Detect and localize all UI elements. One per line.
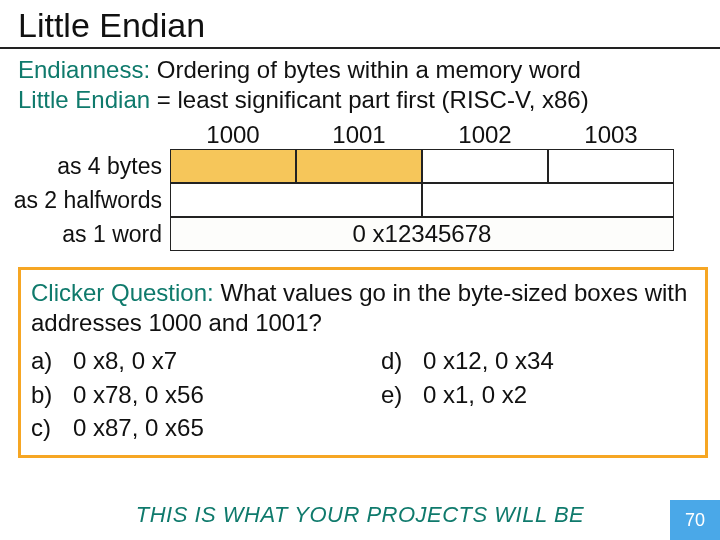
address-row: 1000 1001 1002 1003 — [170, 121, 720, 149]
clicker-box: Clicker Question: What values go in the … — [18, 267, 708, 458]
bytes-label: as 4 bytes — [0, 153, 170, 180]
addr-1001: 1001 — [296, 121, 422, 149]
word-row: as 1 word 0 x12345678 — [0, 217, 720, 251]
little-endian-text: = least significant part first (RISC-V, … — [150, 86, 589, 113]
clicker-question: Clicker Question: What values go in the … — [31, 278, 695, 338]
addr-1000: 1000 — [170, 121, 296, 149]
addr-1002: 1002 — [422, 121, 548, 149]
halfword-cell-1 — [422, 183, 674, 217]
halfwords-row: as 2 halfwords — [0, 183, 720, 217]
addr-1003: 1003 — [548, 121, 674, 149]
answers-right: d)0 x12, 0 x34 e)0 x1, 0 x2 — [361, 344, 554, 445]
answer-c: c)0 x87, 0 x65 — [31, 411, 361, 445]
halfword-cell-0 — [170, 183, 422, 217]
clicker-label: Clicker Question: — [31, 279, 214, 306]
byte-cell-1002 — [422, 149, 548, 183]
endianness-text: Ordering of bytes within a memory word — [150, 56, 581, 83]
answers-left: a)0 x8, 0 x7 b)0 x78, 0 x56 c)0 x87, 0 x… — [31, 344, 361, 445]
slide-title: Little Endian — [0, 0, 720, 47]
little-endian-label: Little Endian — [18, 86, 150, 113]
title-rule — [0, 47, 720, 49]
answer-a: a)0 x8, 0 x7 — [31, 344, 361, 378]
byte-cell-1001 — [296, 149, 422, 183]
byte-cell-1003 — [548, 149, 674, 183]
answer-e: e)0 x1, 0 x2 — [381, 378, 554, 412]
halfwords-label: as 2 halfwords — [0, 187, 170, 214]
word-label: as 1 word — [0, 221, 170, 248]
subtitle: Endianness: Ordering of bytes within a m… — [0, 53, 720, 121]
word-cell: 0 x12345678 — [170, 217, 674, 251]
answer-d: d)0 x12, 0 x34 — [381, 344, 554, 378]
bytes-row: as 4 bytes — [0, 149, 720, 183]
answer-b: b)0 x78, 0 x56 — [31, 378, 361, 412]
answers: a)0 x8, 0 x7 b)0 x78, 0 x56 c)0 x87, 0 x… — [31, 344, 695, 445]
endianness-label: Endianness: — [18, 56, 150, 83]
page-number: 70 — [670, 500, 720, 540]
memory-table: 1000 1001 1002 1003 as 4 bytes as 2 half… — [0, 121, 720, 251]
footer-note: THIS IS WHAT YOUR PROJECTS WILL BE — [0, 502, 720, 528]
byte-cell-1000 — [170, 149, 296, 183]
